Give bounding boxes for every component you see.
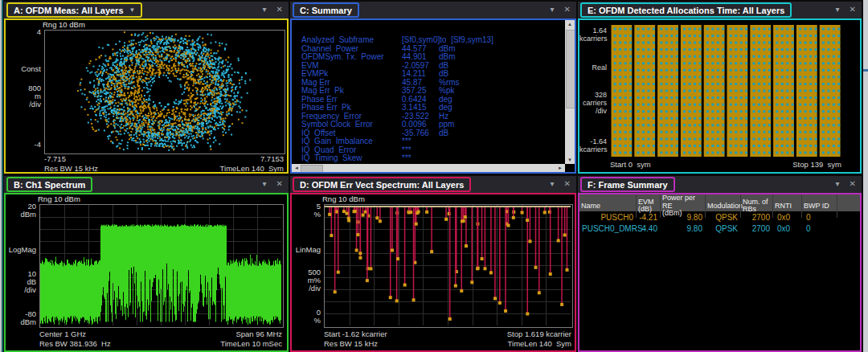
- close-icon[interactable]: ✕: [276, 4, 283, 15]
- constellation-plot[interactable]: [44, 30, 285, 154]
- y-axis-bottom-label: -4: [6, 141, 41, 149]
- window-menu-icon[interactable]: ▾: [836, 178, 840, 190]
- summary-rows: Analyzed Subframe[Sf0,sym0]to [Sf9,sym13…: [301, 36, 562, 162]
- panel-a-title-tab[interactable]: A: OFDM Meas: All Layers ▼: [6, 2, 142, 18]
- frame-summary-cell: 2700: [740, 213, 772, 222]
- window-right-scroll-strip[interactable]: [863, 0, 868, 352]
- window-menu-icon[interactable]: ▾: [551, 4, 555, 15]
- frame-summary-body: PUSCH0-4.219.80QPSK27000x00PUSCH0_DMRS4.…: [579, 211, 860, 234]
- spectrum-canvas[interactable]: [40, 205, 281, 325]
- y-axis-top-label: 4: [6, 28, 41, 36]
- x-axis-start-label: -7.715: [44, 154, 66, 163]
- panel-d-content: Rng 10 dBm 5 % LinMag 500 m% /div 0 % St…: [290, 193, 576, 352]
- close-icon[interactable]: ✕: [850, 4, 856, 15]
- allocations-canvas[interactable]: [610, 25, 841, 157]
- window-menu-icon[interactable]: ▾: [551, 178, 555, 190]
- y-axis-scale-label: 10 dB /div: [6, 270, 36, 294]
- range-label: Rng 10 dBm: [38, 194, 80, 203]
- panel-d-title-tab[interactable]: D: OFDM Err Vect Spectrum: All Layers: [293, 177, 471, 192]
- summary-row: Phase Err Pk3.1415deg: [301, 104, 562, 113]
- range-label: Rng 10 dBm: [322, 194, 365, 203]
- res-bw-label: Res BW 381.936 Hz: [39, 339, 111, 348]
- panel-a-content: Rng 10 dBm 4 Const 800 m /div -4 -7.715 …: [4, 18, 289, 174]
- scroll-down-icon[interactable]: ▼: [565, 156, 575, 164]
- frame-summary-cell: 9.80: [660, 224, 705, 233]
- y-axis-bottom-label: -1.64 kcarriers: [579, 137, 607, 153]
- x-axis-start-label: Start 0 sym: [610, 160, 651, 169]
- err-vect-plot[interactable]: [324, 204, 573, 328]
- close-icon[interactable]: ✕: [564, 178, 571, 190]
- summary-row: EVMPk14.211dB: [301, 70, 562, 79]
- close-icon[interactable]: ✕: [276, 178, 283, 190]
- res-bw-label: Res BW 15 kHz: [44, 164, 98, 173]
- x-axis-stop-label: Stop 139 sym: [792, 160, 841, 169]
- panel-f-frame-summary: F: Frame Summary ▾ ✕ NameEVM (dB)Power p…: [578, 176, 862, 352]
- frame-summary-cell: PUSCH0_DMRS: [579, 224, 636, 233]
- constellation-canvas[interactable]: [45, 31, 283, 152]
- scroll-up-icon[interactable]: ▲: [565, 20, 575, 28]
- y-axis-type-label: LogMag: [6, 246, 36, 254]
- y-axis-top-label: 5 %: [292, 203, 321, 219]
- frame-summary-row[interactable]: PUSCH0_DMRS4.409.80QPSK27000x00: [579, 223, 860, 234]
- y-axis-bottom-label: -80 dBm: [6, 310, 36, 326]
- frame-summary-cell: 0x0: [772, 224, 801, 233]
- panel-d-titlebar[interactable]: D: OFDM Err Vect Spectrum: All Layers ▾ …: [290, 176, 576, 193]
- scroll-tick: [863, 69, 868, 72]
- window-menu-icon[interactable]: ▾: [263, 178, 267, 190]
- close-icon[interactable]: ✕: [850, 178, 856, 190]
- panel-c-title-tab[interactable]: C: Summary: [293, 2, 359, 18]
- y-axis-scale-label: 500 m% /div: [292, 268, 321, 293]
- timelen-label: TimeLen 140 Sym: [220, 164, 284, 173]
- close-icon[interactable]: ✕: [564, 4, 571, 15]
- spectrum-plot[interactable]: [39, 204, 284, 328]
- summary-row: EVM-2.0597dB: [301, 62, 562, 71]
- frame-summary-row[interactable]: PUSCH0-4.219.80QPSK27000x00: [579, 211, 860, 223]
- panel-a-title: A: OFDM Meas: All Layers: [14, 5, 124, 16]
- panel-d-err-vect-spectrum: D: OFDM Err Vect Spectrum: All Layers ▾ …: [290, 176, 576, 352]
- frame-summary-cell: 0: [801, 213, 837, 222]
- summary-row: IQ Gain Imbalance***: [301, 137, 562, 146]
- panel-b-ch1-spectrum: B: Ch1 Spectrum ▾ ✕ Rng 10 dBm 20 dBm Lo…: [4, 176, 289, 352]
- panel-c-titlebar[interactable]: C: Summary ▾ ✕: [290, 2, 576, 18]
- panel-b-title-tab[interactable]: B: Ch1 Spectrum: [6, 177, 92, 192]
- frame-summary-table: NameEVM (dB)Power per RE (dBm)Modulation…: [579, 194, 860, 234]
- summary-row: OFDMSym. Tx. Power44.901dBm: [301, 53, 562, 62]
- summary-horizontal-scrollbar[interactable]: ◄ ►: [292, 164, 565, 172]
- panel-b-titlebar[interactable]: B: Ch1 Spectrum ▾ ✕: [4, 176, 289, 193]
- frame-summary-cell: -4.21: [636, 213, 660, 222]
- scrollbar-thumb[interactable]: [301, 165, 323, 173]
- panel-d-title: D: OFDM Err Vect Spectrum: All Layers: [300, 179, 464, 190]
- panel-a-titlebar[interactable]: A: OFDM Meas: All Layers ▼ ▾ ✕: [4, 2, 289, 18]
- summary-vertical-scrollbar[interactable]: ▲ ▼: [565, 20, 575, 164]
- window-menu-icon[interactable]: ▾: [836, 4, 840, 15]
- frame-summary-cell: 0x0: [772, 213, 801, 222]
- frame-summary-cell: QPSK: [705, 213, 740, 222]
- y-axis-scale-label: 328 carriers /div: [579, 91, 607, 115]
- span-label: Span 96 MHz: [235, 329, 282, 338]
- vsa-application-window: A: OFDM Meas: All Layers ▼ ▾ ✕ Rng 10 dB…: [0, 0, 868, 352]
- panel-f-titlebar[interactable]: F: Frame Summary ▾ ✕: [578, 176, 862, 193]
- y-axis-type-label: Real: [579, 63, 607, 72]
- err-vect-canvas[interactable]: [325, 205, 571, 325]
- panel-c-title: C: Summary: [300, 5, 352, 16]
- scrollbar-thumb[interactable]: [566, 30, 575, 108]
- panel-c-summary: C: Summary ▾ ✕ Analyzed Subframe[Sf0,sym…: [290, 2, 576, 174]
- panel-f-title: F: Frame Summary: [588, 179, 668, 190]
- allocations-plot[interactable]: [610, 25, 841, 160]
- frame-summary-cell: 9.80: [660, 213, 705, 222]
- panel-f-title-tab[interactable]: F: Frame Summary: [580, 177, 675, 192]
- y-axis-scale-label: 800 m /div: [6, 84, 41, 108]
- frame-summary-header-cell[interactable]: [837, 194, 860, 218]
- frame-summary-cell: 0: [801, 224, 837, 233]
- panel-e-titlebar[interactable]: E: OFDM Detected Allocations Time: All L…: [578, 2, 862, 18]
- window-left-border: [2, 0, 3, 352]
- x-axis-stop-label: 7.7153: [260, 154, 284, 163]
- panel-e-title-tab[interactable]: E: OFDM Detected Allocations Time: All L…: [580, 2, 792, 18]
- chevron-down-icon[interactable]: ▼: [129, 7, 136, 14]
- window-menu-icon[interactable]: ▾: [263, 4, 267, 15]
- summary-row: Mag Err Pk357.25%pk: [301, 87, 562, 96]
- y-axis-top-label: 20 dBm: [6, 203, 36, 219]
- summary-row: Analyzed Subframe[Sf0,sym0]to [Sf9,sym13…: [301, 36, 562, 45]
- scroll-right-icon[interactable]: ►: [555, 164, 565, 172]
- summary-row: IQ Timing Skew***: [301, 154, 562, 162]
